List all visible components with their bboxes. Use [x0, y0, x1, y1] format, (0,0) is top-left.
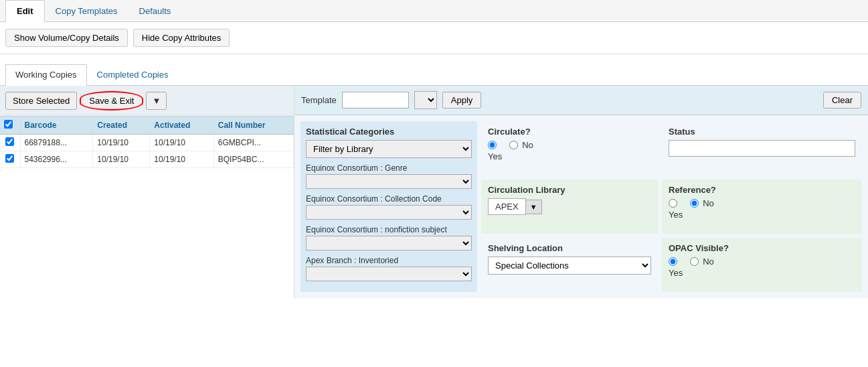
select-all-checkbox[interactable] — [4, 120, 13, 129]
col-check — [0, 117, 20, 135]
stat-item-3-select[interactable] — [306, 236, 472, 250]
stat-items: Equinox Consortium : Genre Equinox Conso… — [306, 163, 472, 281]
form-area: Circulate? No Yes Status — [294, 115, 868, 298]
template-select[interactable] — [414, 91, 437, 109]
opac-label: OPAC Visible? — [669, 243, 855, 253]
circulate-no-radio[interactable] — [509, 141, 518, 149]
status-section: Status — [662, 121, 862, 175]
tab-copy-templates[interactable]: Copy Templates — [45, 0, 128, 21]
circ-lib-dropdown-btn[interactable]: ▼ — [526, 200, 542, 214]
reference-section: Reference? No Yes — [662, 179, 862, 234]
action-dropdown[interactable]: ▼ — [146, 92, 167, 110]
stat-item-1: Equinox Consortium : Genre — [306, 163, 472, 189]
tab-edit[interactable]: Edit — [5, 0, 45, 22]
stat-item-2-label: Equinox Consortium : Collection Code — [306, 194, 472, 204]
table-row: 54362996... 10/19/10 10/19/10 BQIP54BC..… — [0, 151, 294, 168]
row-checkbox-2[interactable] — [5, 154, 14, 163]
status-select[interactable] — [669, 140, 855, 157]
status-select-wrapper — [669, 140, 855, 157]
stat-item-1-label: Equinox Consortium : Genre — [306, 163, 472, 173]
opac-yes-radio[interactable] — [669, 257, 677, 266]
stat-item-3-label: Equinox Consortium : nonfiction subject — [306, 225, 472, 234]
circ-lib-value: APEX — [488, 198, 526, 215]
row-checkbox-1[interactable] — [5, 137, 14, 146]
barcode-cell-2: 54362996... — [20, 151, 93, 168]
col-created: Created — [93, 117, 150, 135]
action-bar: Store Selected Save & Exit ▼ — [0, 86, 294, 117]
reference-radio-group: No — [669, 198, 855, 208]
show-volume-button[interactable]: Show Volume/Copy Details — [5, 29, 128, 47]
reference-label: Reference? — [669, 185, 855, 195]
circulate-label: Circulate? — [488, 127, 651, 137]
main-toolbar: Show Volume/Copy Details Hide Copy Attri… — [0, 22, 868, 54]
col-call-number: Call Number — [213, 117, 293, 135]
shelving-label: Shelving Location — [488, 243, 651, 253]
filter-by-library-select[interactable]: Filter by Library — [306, 140, 472, 158]
right-panel: Template Apply Clear Circulate? No Yes — [294, 86, 868, 298]
circulate-yes-radio[interactable] — [488, 141, 497, 149]
shelving-select[interactable]: Special Collections — [488, 256, 651, 275]
content-tab-bar: Working Copies Completed Copies — [0, 58, 868, 86]
circulate-no-label: No — [522, 140, 533, 150]
apply-button[interactable]: Apply — [442, 92, 482, 108]
circ-lib-label: Circulation Library — [488, 185, 651, 195]
stat-item-4: Apex Branch : Inventoried — [306, 256, 472, 281]
opac-radio-group: No — [669, 256, 855, 267]
table-row: 66879188... 10/19/10 10/19/10 6GMBCPI... — [0, 135, 294, 151]
barcode-cell-1: 66879188... — [20, 135, 93, 151]
circulate-no-radio-label — [501, 140, 505, 150]
status-label: Status — [669, 127, 855, 137]
col-barcode: Barcode — [20, 117, 93, 135]
shelving-section: Shelving Location Special Collections — [481, 238, 658, 292]
template-bar: Template Apply Clear — [294, 86, 868, 115]
store-selected-button[interactable]: Store Selected — [5, 92, 77, 110]
stat-item-1-select[interactable] — [306, 174, 472, 189]
top-tab-bar: Edit Copy Templates Defaults — [0, 0, 868, 22]
col-activated: Activated — [150, 117, 213, 135]
opac-no-label: No — [703, 256, 714, 267]
opac-spacer — [681, 256, 686, 267]
reference-no-label: No — [703, 198, 714, 208]
copies-table: Barcode Created Activated Call Number 66… — [0, 117, 294, 168]
hide-copy-button[interactable]: Hide Copy Attributes — [133, 29, 230, 47]
save-exit-button[interactable]: Save & Exit — [80, 91, 143, 111]
opac-no-radio[interactable] — [690, 257, 699, 266]
template-label: Template — [301, 95, 337, 105]
circulate-section: Circulate? No Yes — [481, 121, 658, 175]
reference-no-radio[interactable] — [690, 199, 699, 208]
clear-button[interactable]: Clear — [823, 92, 861, 108]
circulate-yes-group: No — [488, 140, 651, 150]
ref-spacer — [681, 198, 686, 208]
stat-cat-label: Statistical Categories — [306, 127, 472, 137]
reference-yes-radio[interactable] — [669, 199, 677, 208]
opac-yes-label: Yes — [669, 268, 855, 278]
circ-lib-section: Circulation Library APEX ▼ — [481, 179, 658, 234]
created-cell-1: 10/19/10 — [93, 135, 150, 151]
stat-item-4-select[interactable] — [306, 267, 472, 281]
activated-cell-1: 10/19/10 — [150, 135, 213, 151]
circ-lib-control: APEX ▼ — [488, 198, 651, 215]
template-input[interactable] — [342, 92, 409, 108]
main-area: Store Selected Save & Exit ▼ Barcode Cre… — [0, 86, 868, 298]
opac-section: OPAC Visible? No Yes — [662, 238, 862, 292]
tab-working-copies[interactable]: Working Copies — [5, 64, 87, 86]
callnumber-cell-2: BQIP54BC... — [213, 151, 293, 168]
tab-defaults[interactable]: Defaults — [128, 0, 182, 21]
stat-cat-section: Statistical Categories Filter by Library… — [300, 121, 477, 292]
circulate-yes-label: Yes — [488, 151, 651, 161]
tab-completed-copies[interactable]: Completed Copies — [87, 64, 179, 85]
reference-yes-label: Yes — [669, 210, 855, 220]
callnumber-cell-1: 6GMBCPI... — [213, 135, 293, 151]
stat-item-4-label: Apex Branch : Inventoried — [306, 256, 472, 265]
created-cell-2: 10/19/10 — [93, 151, 150, 168]
stat-item-2-select[interactable] — [306, 205, 472, 220]
stat-item-2: Equinox Consortium : Collection Code — [306, 194, 472, 220]
stat-item-3: Equinox Consortium : nonfiction subject — [306, 225, 472, 250]
activated-cell-2: 10/19/10 — [150, 151, 213, 168]
left-panel: Store Selected Save & Exit ▼ Barcode Cre… — [0, 86, 294, 298]
